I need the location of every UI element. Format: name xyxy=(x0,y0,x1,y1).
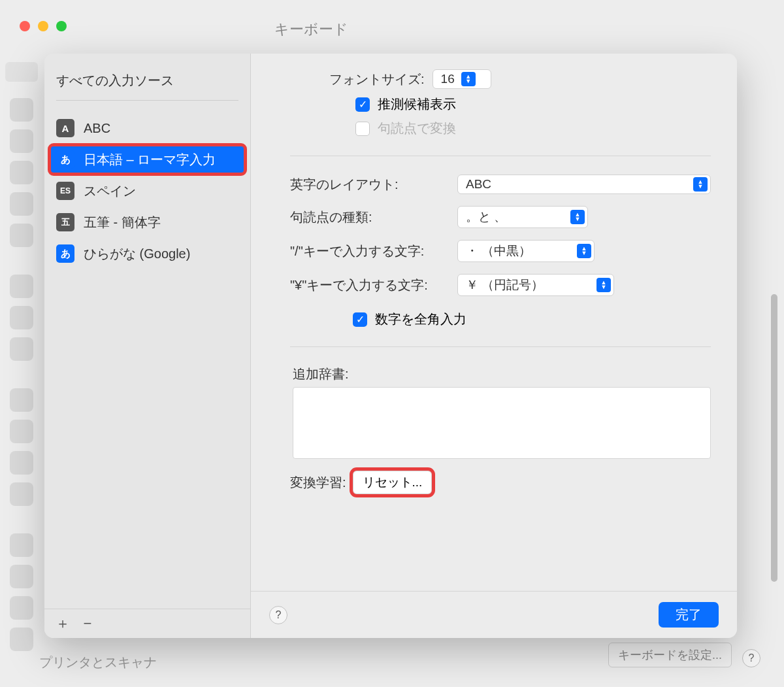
layout-settings-grid: 英字のレイアウト: ABC ▲▼ 句読点の種類: 。と 、 ▲▼ "/"キーで入… xyxy=(290,175,711,296)
separator xyxy=(290,156,711,156)
source-icon-a: A xyxy=(56,119,74,137)
dict-label: 追加辞書: xyxy=(293,365,711,383)
punct-type-select[interactable]: 。と 、 ▲▼ xyxy=(457,206,588,228)
additional-dict-section: 追加辞書: xyxy=(290,365,711,459)
chevron-updown-icon: ▲▼ xyxy=(693,177,708,192)
modal-main: フォントサイズ: 16 ▲▼ ✓ 推測候補表示 句読点で変換 英字のレイアウト:… xyxy=(251,54,737,638)
separator xyxy=(290,346,711,347)
yen-key-label: "¥"キーで入力する文字: xyxy=(290,276,447,294)
scrollbar-thumb[interactable] xyxy=(771,294,777,582)
fullwidth-num-checkbox[interactable]: ✓ xyxy=(353,312,367,327)
punct-convert-row: 句読点で変換 xyxy=(355,120,711,137)
punct-convert-checkbox xyxy=(355,122,370,136)
bg-search-field[interactable] xyxy=(5,62,38,82)
predict-row: ✓ 推測候補表示 xyxy=(355,95,711,113)
bg-keyboard-setup-button[interactable]: キーボードを設定... xyxy=(608,643,732,667)
input-sources-modal: すべての入力ソース A ABC あ 日本語 – ローマ字入力 ES スペイン 五… xyxy=(44,54,737,638)
source-label: ABC xyxy=(84,121,110,136)
punct-type-value: 。と 、 xyxy=(466,209,564,226)
modal-footer: ? 完了 xyxy=(251,591,737,638)
bg-pref-icon[interactable] xyxy=(10,224,33,247)
bg-pref-icon[interactable] xyxy=(10,129,33,153)
font-size-label: フォントサイズ: xyxy=(329,71,425,88)
font-size-value: 16 xyxy=(441,72,455,86)
bg-pref-icon[interactable] xyxy=(10,482,33,506)
zoom-window-icon[interactable] xyxy=(56,21,67,31)
source-item-spanish[interactable]: ES スペイン xyxy=(50,176,245,205)
bg-pref-icon[interactable] xyxy=(10,275,33,298)
chevron-updown-icon: ▲▼ xyxy=(577,244,591,258)
bg-pref-icon[interactable] xyxy=(10,337,33,361)
sidebar-header: すべての入力ソース xyxy=(44,54,250,100)
window-title: キーボード xyxy=(274,20,348,39)
sidebar-footer: ＋ − xyxy=(44,609,250,638)
punct-convert-label: 句読点で変換 xyxy=(378,120,456,137)
additional-dict-box[interactable] xyxy=(293,387,711,459)
learn-label: 変換学習: xyxy=(290,474,346,492)
bg-pref-icon[interactable] xyxy=(10,628,33,651)
bg-pref-icon[interactable] xyxy=(10,565,33,588)
bg-pref-icon[interactable] xyxy=(10,533,33,557)
close-window-icon[interactable] xyxy=(20,21,30,31)
punct-type-label: 句読点の種類: xyxy=(290,209,447,226)
font-size-select[interactable]: 16 ▲▼ xyxy=(433,69,491,89)
bg-pref-icon[interactable] xyxy=(10,388,33,412)
fullwidth-num-row: ✓ 数字を全角入力 xyxy=(353,310,711,328)
source-icon-es: ES xyxy=(56,182,74,200)
yen-key-value: ￥ （円記号） xyxy=(466,276,590,293)
source-icon-hiragana: あ xyxy=(56,150,74,169)
source-item-hiragana-google[interactable]: あ ひらがな (Google) xyxy=(50,239,245,268)
slash-key-value: ・ （中黒） xyxy=(466,243,570,260)
slash-key-select[interactable]: ・ （中黒） ▲▼ xyxy=(457,240,595,262)
bg-pref-icon[interactable] xyxy=(10,596,33,620)
chevron-updown-icon: ▲▼ xyxy=(596,278,611,292)
source-item-wubi[interactable]: 五 五筆 - 簡体字 xyxy=(50,208,245,237)
bg-pref-icon[interactable] xyxy=(10,161,33,184)
yen-key-select[interactable]: ￥ （円記号） ▲▼ xyxy=(457,274,614,296)
chevron-updown-icon: ▲▼ xyxy=(461,72,476,86)
minimize-window-icon[interactable] xyxy=(38,21,48,31)
settings-scroll-area[interactable]: フォントサイズ: 16 ▲▼ ✓ 推測候補表示 句読点で変換 英字のレイアウト:… xyxy=(251,54,737,591)
romaji-layout-select[interactable]: ABC ▲▼ xyxy=(457,175,711,194)
chevron-updown-icon: ▲▼ xyxy=(570,210,585,224)
bg-pref-icon[interactable] xyxy=(10,306,33,329)
input-source-list: A ABC あ 日本語 – ローマ字入力 ES スペイン 五 五筆 - 簡体字 … xyxy=(44,114,250,271)
source-label: スペイン xyxy=(84,182,136,200)
done-button[interactable]: 完了 xyxy=(659,602,719,628)
bg-pref-icon[interactable] xyxy=(10,192,33,216)
predict-label: 推測候補表示 xyxy=(378,95,456,113)
source-item-japanese-romaji[interactable]: あ 日本語 – ローマ字入力 xyxy=(50,145,245,174)
predict-checkbox[interactable]: ✓ xyxy=(355,97,370,112)
source-label: ひらがな (Google) xyxy=(84,245,190,263)
romaji-layout-value: ABC xyxy=(466,177,687,192)
remove-source-button[interactable]: − xyxy=(77,614,98,633)
source-icon-hiragana: あ xyxy=(56,244,74,263)
bg-help-button[interactable]: ? xyxy=(742,649,760,667)
help-button[interactable]: ? xyxy=(269,606,287,624)
source-label: 日本語 – ローマ字入力 xyxy=(84,151,216,169)
source-label: 五筆 - 簡体字 xyxy=(84,214,161,231)
reset-learning-button[interactable]: リセット... xyxy=(353,471,433,494)
bg-pref-icon[interactable] xyxy=(10,451,33,475)
fullwidth-num-label: 数字を全角入力 xyxy=(375,310,466,328)
conversion-learn-row: 変換学習: リセット... xyxy=(290,471,711,494)
romaji-layout-label: 英字のレイアウト: xyxy=(290,176,447,193)
source-icon-wubi: 五 xyxy=(56,213,74,231)
traffic-lights xyxy=(20,21,67,31)
divider xyxy=(56,100,238,101)
bg-sidebar-label[interactable]: プリンタとスキャナ xyxy=(39,654,157,671)
modal-sidebar: すべての入力ソース A ABC あ 日本語 – ローマ字入力 ES スペイン 五… xyxy=(44,54,251,638)
bg-prefs-sidebar xyxy=(5,98,38,651)
bg-pref-icon[interactable] xyxy=(10,98,33,122)
add-source-button[interactable]: ＋ xyxy=(52,614,73,633)
bg-pref-icon[interactable] xyxy=(10,420,33,443)
source-item-abc[interactable]: A ABC xyxy=(50,114,245,142)
font-size-row: フォントサイズ: 16 ▲▼ xyxy=(329,69,711,89)
slash-key-label: "/"キーで入力する文字: xyxy=(290,243,447,260)
